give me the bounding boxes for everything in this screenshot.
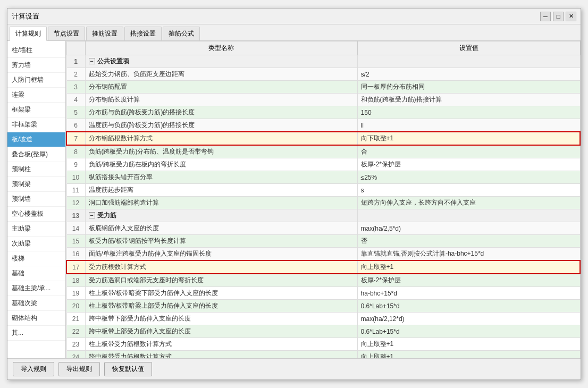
row-value[interactable]: 150 bbox=[357, 106, 580, 119]
row-value[interactable]: s/2 bbox=[357, 68, 580, 81]
table-row[interactable]: 5 分布筋与负筋(跨板受力筋)的搭接长度150 bbox=[66, 106, 580, 119]
table-row[interactable]: 19 柱上板带/板带暗梁下部受力筋伸入支座的长度ha-bhc+15*d bbox=[66, 287, 580, 300]
row-number: 10 bbox=[66, 171, 85, 184]
minimize-button[interactable]: ─ bbox=[540, 12, 551, 21]
sidebar-item-masonry[interactable]: 砌体结构 bbox=[7, 311, 65, 326]
row-number: 17 bbox=[66, 260, 85, 274]
row-value[interactable]: ll bbox=[357, 119, 580, 132]
table-row[interactable]: 18 受力筋遇洞口或端部无支座时的弯折长度板厚-2*保护层 bbox=[66, 274, 580, 287]
content-area: 柱/墙柱 剪力墙 人防门框墙 连梁 框架梁 非框架梁 板/坡道 叠合板(整厚) … bbox=[7, 41, 581, 358]
sidebar-item-shear-wall[interactable]: 剪力墙 bbox=[7, 58, 65, 73]
tab-stirrup-settings[interactable]: 箍筋设置 bbox=[86, 27, 123, 40]
sidebar-item-precast-beam[interactable]: 预制梁 bbox=[7, 177, 65, 192]
table-container[interactable]: 类型名称 设置值 1−公共设置项2 起始受力钢筋、负筋距支座边距离s/23 分布… bbox=[66, 41, 581, 358]
row-value[interactable]: 0.6*Lab+15*d bbox=[357, 300, 580, 313]
table-row[interactable]: 20 柱上板带/板带暗梁上部受力筋伸入支座的长度0.6*Lab+15*d bbox=[66, 300, 580, 313]
table-row[interactable]: 6 温度筋与负筋(跨板受力筋)的搭接长度ll bbox=[66, 119, 580, 132]
table-row[interactable]: 7 分布钢筋根数计算方式向下取整+1 bbox=[66, 132, 580, 145]
row-value[interactable]: 否 bbox=[357, 235, 580, 248]
row-value[interactable]: 0.6*Lab+15*d bbox=[357, 325, 580, 338]
tab-bar: 计算规则 节点设置 箍筋设置 搭接设置 箍筋公式 bbox=[7, 24, 581, 41]
row-value[interactable]: 短跨方向伸入支座，长跨方向不伸入支座 bbox=[357, 197, 580, 209]
row-name: 板受力筋/板带钢筋按平均长度计算 bbox=[85, 235, 357, 248]
row-value[interactable]: 板厚-2*保护层 bbox=[357, 158, 580, 171]
tab-node-settings[interactable]: 节点设置 bbox=[48, 27, 85, 40]
sidebar-item-composite-slab[interactable]: 叠合板(整厚) bbox=[7, 147, 65, 162]
maximize-button[interactable]: □ bbox=[553, 12, 564, 21]
sidebar-item-secondary-rib-beam[interactable]: 次助梁 bbox=[7, 237, 65, 251]
sidebar-item-hollow-floor[interactable]: 空心楼盖板 bbox=[7, 207, 65, 222]
table-row[interactable]: 14 板底钢筋伸入支座的长度max(ha/2,5*d) bbox=[66, 222, 580, 235]
row-number: 11 bbox=[66, 184, 85, 197]
row-value[interactable]: 靠直锚就直锚,否则按公式计算-ha-bhc+15*d bbox=[357, 248, 580, 261]
table-row[interactable]: 8 负筋(跨板受力筋)分布筋、温度筋是否带弯钩合 bbox=[66, 145, 580, 158]
row-value[interactable]: 和负筋(跨板受力筋)搭接计算 bbox=[357, 94, 580, 106]
sidebar-item-precast-column[interactable]: 预制柱 bbox=[7, 162, 65, 177]
import-rules-button[interactable]: 导入规则 bbox=[13, 362, 54, 376]
sidebar-item-foundation-secondary[interactable]: 基础次梁 bbox=[7, 296, 65, 311]
table-row[interactable]: 9 负筋/跨板受力筋在板内的弯折长度板厚-2*保护层 bbox=[66, 158, 580, 171]
table-row[interactable]: 23 柱上板带受力筋根数计算方式向上取整+1 bbox=[66, 338, 580, 351]
sidebar-item-precast-wall[interactable]: 预制墙 bbox=[7, 192, 65, 207]
table-row[interactable]: 12 洞口加强筋端部构造计算短跨方向伸入支座，长跨方向不伸入支座 bbox=[66, 197, 580, 209]
tab-lap-settings[interactable]: 搭接设置 bbox=[124, 27, 162, 40]
close-button[interactable]: ✕ bbox=[566, 12, 576, 21]
table-row[interactable]: 2 起始受力钢筋、负筋距支座边距离s/2 bbox=[66, 68, 580, 81]
table-row[interactable]: 10 纵筋搭接头错开百分率≤25% bbox=[66, 171, 580, 184]
table-row[interactable]: 1−公共设置项 bbox=[66, 55, 580, 68]
table-row[interactable]: 15 板受力筋/板带钢筋按平均长度计算否 bbox=[66, 235, 580, 248]
sidebar-item-main-rib-beam[interactable]: 主助梁 bbox=[7, 222, 65, 237]
tab-calc-rules[interactable]: 计算规则 bbox=[10, 27, 47, 41]
table-row[interactable]: 17 受力筋根数计算方式向上取整+1 bbox=[66, 260, 580, 274]
row-name: 负筋(跨板受力筋)分布筋、温度筋是否带弯钩 bbox=[85, 145, 357, 158]
tab-stirrup-formula[interactable]: 箍筋公式 bbox=[163, 27, 200, 40]
row-value[interactable]: 向下取整+1 bbox=[357, 132, 580, 145]
row-name: 纵筋搭接头错开百分率 bbox=[85, 171, 357, 184]
restore-defaults-button[interactable]: 恢复默认值 bbox=[104, 362, 152, 376]
table-row[interactable]: 22 跨中板带上部受力筋伸入支座的长度0.6*Lab+15*d bbox=[66, 325, 580, 338]
row-value[interactable]: 同一板厚的分布筋相同 bbox=[357, 81, 580, 94]
table-row[interactable]: 3 分布钢筋配置同一板厚的分布筋相同 bbox=[66, 81, 580, 94]
table-row[interactable]: 16 面筋/单板注跨板受力筋伸入支座的锚固长度靠直锚就直锚,否则按公式计算-ha… bbox=[66, 248, 580, 261]
col-header-num bbox=[66, 41, 85, 55]
collapse-icon[interactable]: − bbox=[89, 58, 95, 64]
table-row[interactable]: 13−受力筋 bbox=[66, 209, 580, 222]
row-number: 22 bbox=[66, 325, 85, 338]
row-value[interactable]: 向上取整+1 bbox=[357, 351, 580, 359]
table-row[interactable]: 21 跨中板带下部受力筋伸入支座的长度max(ha/2,12*d) bbox=[66, 313, 580, 325]
row-value[interactable]: 向上取整+1 bbox=[357, 260, 580, 274]
row-name: 板底钢筋伸入支座的长度 bbox=[85, 222, 357, 235]
row-value[interactable]: 向上取整+1 bbox=[357, 338, 580, 351]
export-rules-button[interactable]: 导出规则 bbox=[58, 362, 100, 376]
row-name: 跨中板带受力筋根数计算方式 bbox=[85, 351, 357, 359]
sidebar-item-other[interactable]: 其... bbox=[7, 326, 65, 341]
sidebar-item-slab[interactable]: 板/坡道 bbox=[7, 132, 65, 147]
row-value[interactable] bbox=[357, 209, 580, 222]
table-row[interactable]: 24 跨中板带受力筋根数计算方式向上取整+1 bbox=[66, 351, 580, 359]
row-value[interactable]: 合 bbox=[357, 145, 580, 158]
title-bar: 计算设置 ─ □ ✕ bbox=[7, 9, 581, 24]
row-value[interactable]: s bbox=[357, 184, 580, 197]
sidebar-item-civil-defense[interactable]: 人防门框墙 bbox=[7, 73, 65, 88]
sidebar-item-foundation[interactable]: 基础 bbox=[7, 266, 65, 281]
table-row[interactable]: 11 温度筋起步距离s bbox=[66, 184, 580, 197]
sidebar-item-column[interactable]: 柱/墙柱 bbox=[7, 43, 65, 58]
row-number: 20 bbox=[66, 300, 85, 313]
row-value[interactable] bbox=[357, 55, 580, 68]
sidebar-item-coupling-beam[interactable]: 连梁 bbox=[7, 88, 65, 103]
row-number: 2 bbox=[66, 68, 85, 81]
row-value[interactable]: 板厚-2*保护层 bbox=[357, 274, 580, 287]
collapse-icon[interactable]: − bbox=[89, 212, 95, 218]
sidebar-item-foundation-main[interactable]: 基础主梁/承... bbox=[7, 281, 65, 296]
row-value[interactable]: ha-bhc+15*d bbox=[357, 287, 580, 300]
sidebar-item-frame-beam[interactable]: 框架梁 bbox=[7, 103, 65, 117]
sidebar-item-non-frame-beam[interactable]: 非框架梁 bbox=[7, 117, 65, 132]
row-value[interactable]: max(ha/2,5*d) bbox=[357, 222, 580, 235]
row-number: 13 bbox=[66, 209, 85, 222]
row-value[interactable]: max(ha/2,12*d) bbox=[357, 313, 580, 325]
sidebar-item-stair[interactable]: 楼梯 bbox=[7, 251, 65, 266]
window-title: 计算设置 bbox=[12, 12, 39, 21]
row-value[interactable]: ≤25% bbox=[357, 171, 580, 184]
window-controls: ─ □ ✕ bbox=[540, 12, 576, 21]
table-row[interactable]: 4 分布钢筋长度计算和负筋(跨板受力筋)搭接计算 bbox=[66, 94, 580, 106]
